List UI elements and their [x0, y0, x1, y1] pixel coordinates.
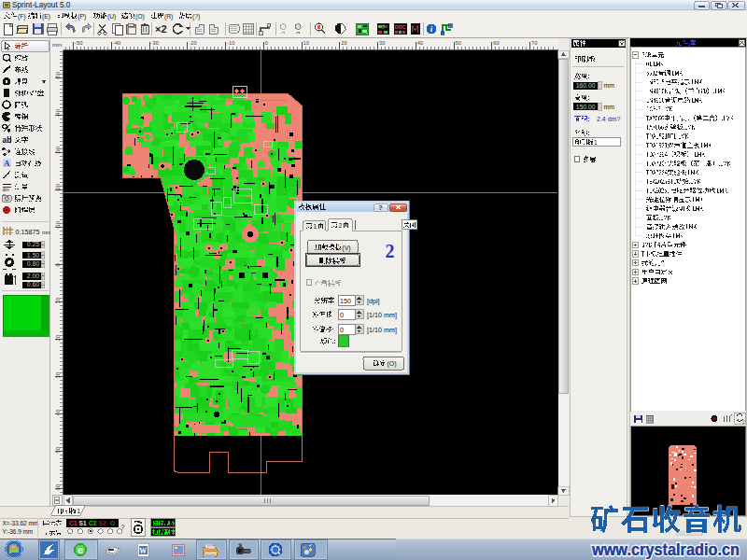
svg-text:10: 10: [55, 298, 61, 303]
svg-text:[dpi]: [dpi]: [367, 297, 380, 305]
svg-text:(F): (F): [18, 13, 26, 21]
svg-text:160.00: 160.00: [576, 82, 596, 89]
svg-text:2: 2: [339, 222, 343, 229]
svg-text:S2: S2: [99, 520, 106, 526]
svg-text:0.60: 0.60: [27, 281, 39, 287]
svg-text:X=-33.62 mm: X=-33.62 mm: [3, 520, 39, 526]
svg-text:-50: -50: [75, 40, 82, 46]
svg-text:-30: -30: [151, 40, 159, 46]
svg-text:S1: S1: [79, 520, 87, 526]
svg-text:150: 150: [340, 297, 351, 305]
svg-text:mm: mm: [604, 104, 615, 110]
svg-text:0: 0: [340, 326, 344, 334]
svg-text:20: 20: [341, 40, 346, 46]
svg-text:2.00: 2.00: [27, 273, 39, 279]
svg-text:www.crystalradio.cn: www.crystalradio.cn: [591, 539, 740, 559]
svg-text:?: ?: [381, 24, 385, 30]
svg-text:150.00: 150.00: [576, 104, 596, 110]
svg-text:1: 1: [78, 508, 81, 514]
svg-text:C1: C1: [69, 520, 78, 526]
svg-text:0: 0: [265, 40, 268, 46]
svg-text:30: 30: [379, 40, 385, 46]
svg-text:-20: -20: [55, 184, 61, 191]
svg-text:Y:-36.9 mm: Y:-36.9 mm: [3, 528, 34, 535]
svg-text:0.25: 0.25: [27, 241, 39, 247]
svg-text:(V): (V): [342, 245, 350, 252]
svg-text:-10: -10: [227, 40, 234, 46]
svg-text:30: 30: [55, 372, 61, 378]
svg-text:0: 0: [55, 263, 61, 266]
svg-text:DRC: DRC: [395, 24, 406, 30]
svg-text:(O): (O): [387, 360, 396, 368]
svg-text:(U): (U): [107, 13, 116, 21]
svg-text:(?): (?): [192, 13, 200, 21]
svg-text:-50: -50: [55, 72, 61, 79]
svg-text:0: 0: [340, 311, 344, 319]
svg-text:mm: mm: [42, 230, 51, 235]
svg-text:0.15875: 0.15875: [16, 228, 40, 236]
svg-text:×2: ×2: [155, 23, 167, 35]
svg-text:50: 50: [456, 40, 461, 46]
svg-text:[1/10 mm]: [1/10 mm]: [367, 311, 397, 319]
svg-text:(E): (E): [42, 13, 50, 21]
svg-text:-40: -40: [113, 40, 120, 46]
svg-text:1: 1: [314, 223, 317, 230]
svg-text:-30: -30: [55, 147, 61, 154]
svg-text:e: e: [78, 544, 83, 555]
svg-text:1: 1: [594, 139, 598, 146]
svg-text:W: W: [139, 547, 147, 555]
svg-text:?: ?: [378, 203, 383, 212]
svg-text:2: 2: [386, 241, 395, 261]
svg-text:Sprint-Layout 5.0: Sprint-Layout 5.0: [12, 1, 71, 9]
svg-text:(R): (R): [164, 13, 173, 21]
svg-text:2.4 dm?: 2.4 dm?: [597, 116, 620, 122]
svg-text:50: 50: [55, 447, 61, 453]
svg-text:(O): (O): [135, 13, 145, 21]
svg-text:(P): (P): [78, 13, 86, 21]
svg-text:40: 40: [55, 410, 61, 415]
svg-text:C2: C2: [89, 520, 97, 526]
svg-text:20: 20: [55, 335, 61, 341]
svg-text:0.80: 0.80: [27, 260, 39, 267]
svg-text:mm: mm: [52, 41, 62, 48]
svg-text:A: A: [4, 159, 10, 168]
svg-text:1.50: 1.50: [27, 252, 39, 259]
svg-text:40: 40: [417, 40, 423, 46]
svg-text:-10: -10: [55, 221, 61, 229]
svg-text:[1/10 mm]: [1/10 mm]: [367, 326, 397, 334]
svg-text:70: 70: [531, 40, 537, 46]
svg-text:O: O: [110, 520, 115, 526]
svg-text:-20: -20: [189, 40, 196, 46]
svg-text:?: ?: [121, 524, 125, 530]
svg-text:dim: dim: [3, 188, 10, 192]
svg-text:mm: mm: [604, 82, 615, 89]
svg-text:60: 60: [55, 484, 61, 490]
svg-text:60: 60: [493, 40, 499, 46]
svg-text:-40: -40: [55, 109, 61, 117]
svg-text:10: 10: [303, 40, 309, 46]
